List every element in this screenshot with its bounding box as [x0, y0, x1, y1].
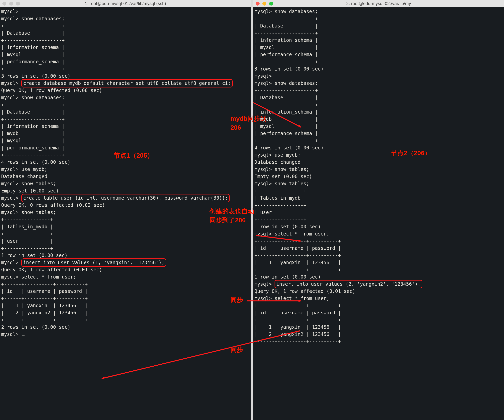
terminal-line: +----------------+ — [254, 202, 503, 209]
minimize-icon[interactable] — [9, 2, 13, 6]
highlighted-command: create database mydb default character s… — [21, 79, 233, 88]
terminal-line: +------+----------+----------+ — [254, 316, 503, 324]
terminal-line: | Database | — [1, 108, 250, 116]
terminal-line: | performance_schema | — [254, 130, 503, 137]
terminal-line: | mydb | — [254, 116, 503, 123]
highlighted-command: create table user (id int, username varc… — [21, 194, 230, 202]
terminal-line: Query OK, 1 row affected (0.01 sec) — [254, 288, 503, 295]
maximize-icon[interactable] — [269, 2, 273, 6]
terminal-line: | information_schema | — [254, 108, 503, 116]
terminal-line: mysql> show databases; — [1, 15, 250, 22]
app-root: 1. root@edu-mysql-01:/var/lib/mysql (ssh… — [0, 0, 504, 420]
annotation-sync-table-line1: 创建的表也自动 — [210, 207, 254, 215]
terminal-line: +------+----------+----------+ — [1, 280, 250, 288]
terminal-line: +------+----------+----------+ — [254, 266, 503, 273]
terminal-line: | performance_schema | — [1, 144, 250, 152]
terminal-line: mysql> — [254, 73, 503, 80]
terminal-line: +--------------------+ — [1, 101, 250, 108]
terminal-line: +------+----------+----------+ — [254, 238, 503, 245]
annotation-node1: 节点1（205） — [114, 152, 153, 159]
terminal-line: 1 row in set (0.00 sec) — [254, 223, 503, 230]
titlebar-left: 1. root@edu-mysql-01:/var/lib/mysql (ssh… — [0, 0, 251, 7]
terminal-line: +--------------------+ — [1, 22, 250, 29]
terminal-line: | mydb | — [1, 130, 250, 137]
terminal-line: +--------------------+ — [254, 101, 503, 108]
terminal-line: Empty set (0.00 sec) — [254, 173, 503, 180]
terminal-line: | 1 | yangxin | 123456 | — [254, 324, 503, 331]
terminal-line: +----------------+ — [254, 187, 503, 194]
terminal-line: | Database | — [254, 94, 503, 101]
terminal-output-right[interactable]: mysql> show databases;+-----------------… — [253, 7, 504, 420]
terminal-line: | user | — [254, 209, 503, 216]
terminal-line: | performance_schema | — [1, 58, 250, 65]
terminal-line: | information_schema | — [1, 123, 250, 130]
terminal-line: +------+----------+----------+ — [254, 252, 503, 259]
terminal-line: Query OK, 1 row affected (0.00 sec) — [1, 87, 250, 94]
annotation-node2: 节点2（206） — [391, 149, 431, 157]
terminal-line: Empty set (0.00 sec) — [1, 187, 250, 194]
terminal-line: | 2 | yangxin2 | 123456 | — [254, 331, 503, 338]
terminal-line: mysql> show databases; — [1, 94, 250, 101]
terminal-line: +--------------------+ — [254, 15, 503, 22]
terminal-line: +------+----------+----------+ — [1, 316, 250, 324]
terminal-line: mysql> use mydb; — [1, 166, 250, 173]
terminal-line: mysql> show tables; — [1, 180, 250, 187]
terminal-line: mysql> show tables; — [254, 166, 503, 173]
terminal-line: +----------------+ — [1, 230, 250, 238]
terminal-line: | Tables_in_mydb | — [1, 223, 250, 230]
maximize-icon[interactable] — [16, 2, 20, 6]
terminal-line: +------+----------+----------+ — [254, 338, 503, 345]
terminal-line: | id | username | password | — [254, 245, 503, 252]
terminal-line: mysql> show databases; — [254, 8, 503, 15]
terminal-line: 4 rows in set (0.00 sec) — [1, 159, 250, 166]
terminal-line: mysql> select * from user; — [254, 295, 503, 302]
titlebar-right: 2. root@edu-mysql-02:/var/lib/my — [253, 0, 504, 7]
terminal-pane-right: 2. root@edu-mysql-02:/var/lib/my mysql> … — [253, 0, 504, 420]
terminal-line: 3 rows in set (0.00 sec) — [254, 65, 503, 73]
terminal-line: | id | username | password | — [254, 309, 503, 316]
terminal-line: +------+----------+----------+ — [1, 295, 250, 302]
terminal-line: | Tables_in_mydb | — [254, 194, 503, 202]
terminal-line: | id | username | password | — [1, 288, 250, 295]
terminal-line: mysql> select * from user; — [254, 230, 503, 238]
annotation-sync-table-line2: 同步到了206 — [210, 216, 246, 224]
terminal-line: +--------------------+ — [1, 37, 250, 44]
terminal-line: | mysql | — [1, 51, 250, 58]
terminal-line: | performance_schema | — [254, 51, 503, 58]
terminal-line: mysql> select * from user; — [1, 273, 250, 280]
terminal-line: mysql> show databases; — [254, 80, 503, 87]
terminal-line: mysql> create table user (id int, userna… — [1, 194, 250, 202]
annotation-sync-2: 同步 — [230, 346, 243, 354]
annotation-sync-mydb-line1: mydb同步到 — [230, 115, 267, 122]
terminal-line: +--------------------+ — [254, 137, 503, 144]
window-title-left: 1. root@edu-mysql-01:/var/lib/mysql (ssh… — [85, 1, 166, 6]
terminal-line: | mysql | — [254, 123, 503, 130]
window-controls-right — [256, 2, 273, 6]
terminal-line: mysql> create database mydb default char… — [1, 80, 250, 87]
terminal-line: mysql> insert into user values (1, 'yang… — [1, 259, 250, 266]
terminal-line: 1 row in set (0.00 sec) — [254, 273, 503, 280]
terminal-line: +--------------------+ — [1, 116, 250, 123]
close-icon[interactable] — [2, 2, 6, 6]
terminal-line: +--------------------+ — [254, 87, 503, 94]
terminal-line: 2 rows in set (0.00 sec) — [1, 324, 250, 331]
terminal-line: | mysql | — [1, 137, 250, 144]
terminal-line: mysql> show tables; — [254, 180, 503, 187]
terminal-line: | Database | — [254, 22, 503, 29]
close-icon[interactable] — [256, 2, 260, 6]
highlighted-command: insert into user values (1, 'yangxin', '… — [21, 258, 166, 267]
terminal-line: 1 row in set (0.00 sec) — [1, 252, 250, 259]
terminal-line: +----------------+ — [1, 245, 250, 252]
terminal-line: | information_schema | — [254, 37, 503, 44]
terminal-line: Database changed — [1, 173, 250, 180]
annotation-sync-mydb-line2: 206 — [230, 123, 241, 132]
terminal-line: | user | — [1, 238, 250, 245]
minimize-icon[interactable] — [262, 2, 266, 6]
terminal-line: | 1 | yangxin | 123456 | — [254, 259, 503, 266]
cursor-icon — [22, 336, 24, 336]
terminal-line: 3 rows in set (0.00 sec) — [1, 73, 250, 80]
terminal-line: mysql> — [1, 331, 250, 338]
terminal-line: | 1 | yangxin | 123456 | — [1, 302, 250, 309]
highlighted-command: insert into user values (2, 'yangxin2', … — [275, 280, 422, 288]
terminal-line: | Database | — [1, 29, 250, 37]
